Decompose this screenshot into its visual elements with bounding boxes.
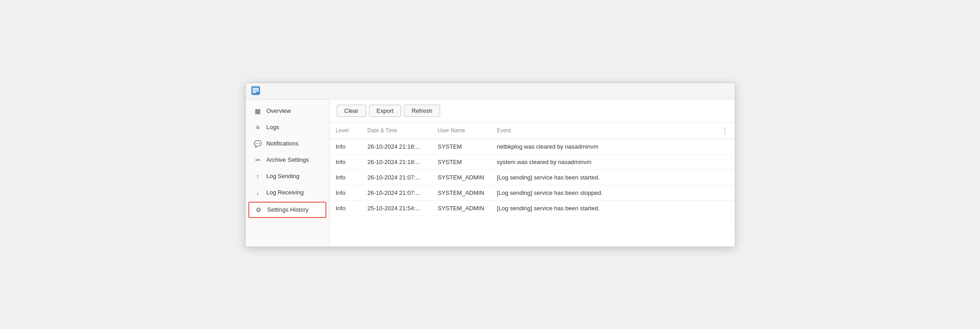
cell-action-3 — [715, 185, 735, 200]
cell-level-3: Info — [330, 185, 361, 200]
cell-datetime-1: 26-10-2024 21:18:... — [361, 154, 432, 169]
cell-datetime-2: 26-10-2024 21:07:... — [361, 169, 432, 185]
cell-level-1: Info — [330, 154, 361, 169]
clear-button[interactable]: Clear — [337, 105, 366, 117]
table-row: Info26-10-2024 21:07:...SYSTEM_ADMIN[Log… — [330, 185, 735, 200]
table-header-row: Level Date & Time User Name Event ⋮ — [330, 123, 735, 139]
column-options-icon[interactable]: ⋮ — [721, 127, 728, 135]
cell-event-2: [Log sending] service has been started. — [490, 169, 714, 185]
sidebar-item-logs[interactable]: ≡Logs — [246, 119, 329, 135]
cell-username-4: SYSTEM_ADMIN — [432, 200, 491, 216]
main-content: ▦Overview≡Logs💬Notifications✂Archive Set… — [246, 99, 735, 247]
titlebar — [246, 83, 735, 99]
cell-username-0: SYSTEM — [432, 139, 491, 154]
col-header-username: User Name — [432, 123, 491, 139]
col-header-event: Event — [490, 123, 714, 139]
sidebar-label-notifications: Notifications — [267, 140, 299, 147]
overview-icon: ▦ — [254, 107, 262, 115]
sidebar-label-settings-history: Settings History — [267, 206, 309, 213]
col-header-level: Level — [330, 123, 361, 139]
log-sending-icon: ↑ — [254, 173, 262, 180]
sidebar-item-log-sending[interactable]: ↑Log Sending — [246, 168, 329, 184]
cell-datetime-0: 26-10-2024 21:18:... — [361, 139, 432, 154]
sidebar-item-overview[interactable]: ▦Overview — [246, 103, 329, 119]
svg-rect-1 — [252, 88, 259, 89]
cell-datetime-4: 25-10-2024 21:54:... — [361, 200, 432, 216]
cell-action-1 — [715, 154, 735, 169]
sidebar-item-notifications[interactable]: 💬Notifications — [246, 135, 329, 152]
svg-rect-3 — [252, 91, 259, 92]
toolbar: ClearExportRefresh — [330, 99, 735, 123]
export-button[interactable]: Export — [369, 105, 402, 117]
notifications-icon: 💬 — [254, 140, 262, 147]
settings-history-icon: ⚙ — [255, 206, 263, 213]
content-area: ClearExportRefresh Level Date & Time Use… — [330, 99, 735, 247]
logs-icon: ≡ — [254, 124, 262, 131]
cell-username-3: SYSTEM_ADMIN — [432, 185, 491, 200]
table-row: Info26-10-2024 21:18:...SYSTEMsystem was… — [330, 154, 735, 169]
svg-rect-2 — [252, 89, 259, 90]
cell-level-4: Info — [330, 200, 361, 216]
sidebar-label-archive-settings: Archive Settings — [267, 156, 309, 163]
cell-event-1: system was cleared by nasadminvm — [490, 154, 714, 169]
log-receiving-icon: ↓ — [254, 189, 262, 196]
titlebar-left — [251, 86, 264, 95]
table-row: Info25-10-2024 21:54:...SYSTEM_ADMIN[Log… — [330, 200, 735, 216]
cell-event-3: [Log sending] service has been stopped. — [490, 185, 714, 200]
table-row: Info26-10-2024 21:07:...SYSTEM_ADMIN[Log… — [330, 169, 735, 185]
sidebar-label-log-sending: Log Sending — [267, 173, 300, 179]
app-icon — [251, 86, 260, 95]
col-header-datetime: Date & Time — [361, 123, 432, 139]
cell-username-2: SYSTEM_ADMIN — [432, 169, 491, 185]
sidebar-item-log-receiving[interactable]: ↓Log Receiving — [246, 184, 329, 201]
cell-username-1: SYSTEM — [432, 154, 491, 169]
sidebar-label-log-receiving: Log Receiving — [267, 189, 304, 196]
table-row: Info26-10-2024 21:18:...SYSTEMnetbkplog … — [330, 139, 735, 154]
cell-action-0 — [715, 139, 735, 154]
col-header-actions: ⋮ — [715, 123, 735, 139]
cell-action-4 — [715, 200, 735, 216]
sidebar-label-logs: Logs — [267, 124, 279, 131]
cell-datetime-3: 26-10-2024 21:07:... — [361, 185, 432, 200]
sidebar-label-overview: Overview — [267, 107, 291, 114]
sidebar: ▦Overview≡Logs💬Notifications✂Archive Set… — [246, 99, 330, 247]
cell-level-0: Info — [330, 139, 361, 154]
archive-settings-icon: ✂ — [254, 156, 262, 164]
svg-rect-4 — [252, 92, 256, 93]
cell-event-4: [Log sending] service has been started. — [490, 200, 714, 216]
cell-event-0: netbkplog was cleared by nasadminvm — [490, 139, 714, 154]
log-table: Level Date & Time User Name Event ⋮ Info… — [330, 123, 735, 216]
sidebar-item-settings-history[interactable]: ⚙Settings History — [248, 202, 326, 218]
cell-level-2: Info — [330, 169, 361, 185]
sidebar-item-archive-settings[interactable]: ✂Archive Settings — [246, 152, 329, 168]
table-container: Level Date & Time User Name Event ⋮ Info… — [330, 123, 735, 247]
refresh-button[interactable]: Refresh — [404, 105, 440, 117]
cell-action-2 — [715, 169, 735, 185]
app-window: ▦Overview≡Logs💬Notifications✂Archive Set… — [245, 82, 735, 247]
